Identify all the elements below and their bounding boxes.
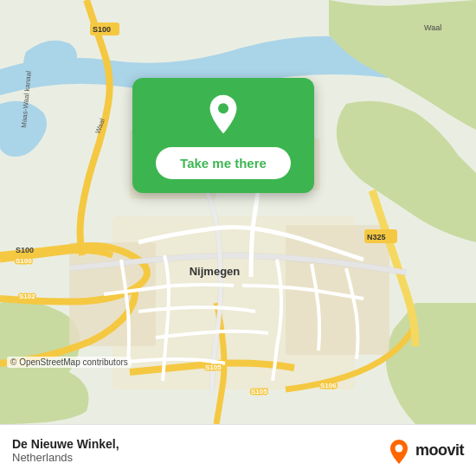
svg-point-24 [395, 444, 402, 452]
take-me-there-button[interactable]: Take me there [156, 147, 291, 179]
svg-text:Waal: Waal [424, 23, 441, 32]
svg-text:S106: S106 [320, 382, 337, 389]
card-overlay: Take me there [132, 78, 314, 193]
bottom-bar: De Nieuwe Winkel, Netherlands moovit [0, 424, 476, 476]
place-country: Netherlands [12, 451, 119, 464]
place-name: De Nieuwe Winkel, [12, 437, 119, 451]
moovit-icon [386, 438, 412, 464]
svg-text:S105: S105 [205, 363, 222, 371]
svg-text:S100: S100 [16, 257, 32, 265]
svg-text:N325: N325 [367, 233, 386, 241]
svg-text:S102: S102 [19, 293, 35, 300]
map-container: S100 S100 S102 S100 S105 S105 S106 N325 … [0, 0, 476, 424]
svg-text:S100: S100 [16, 246, 34, 254]
place-info: De Nieuwe Winkel, Netherlands [12, 437, 119, 464]
svg-text:S105: S105 [251, 388, 267, 396]
svg-point-23 [218, 103, 228, 113]
svg-text:S100: S100 [93, 25, 111, 34]
moovit-text: moovit [415, 441, 464, 460]
location-pin-icon [203, 93, 244, 135]
moovit-logo: moovit [386, 438, 464, 464]
copyright-text: © OpenStreetMap contributors [7, 357, 132, 368]
svg-text:Nijmegen: Nijmegen [190, 265, 241, 278]
